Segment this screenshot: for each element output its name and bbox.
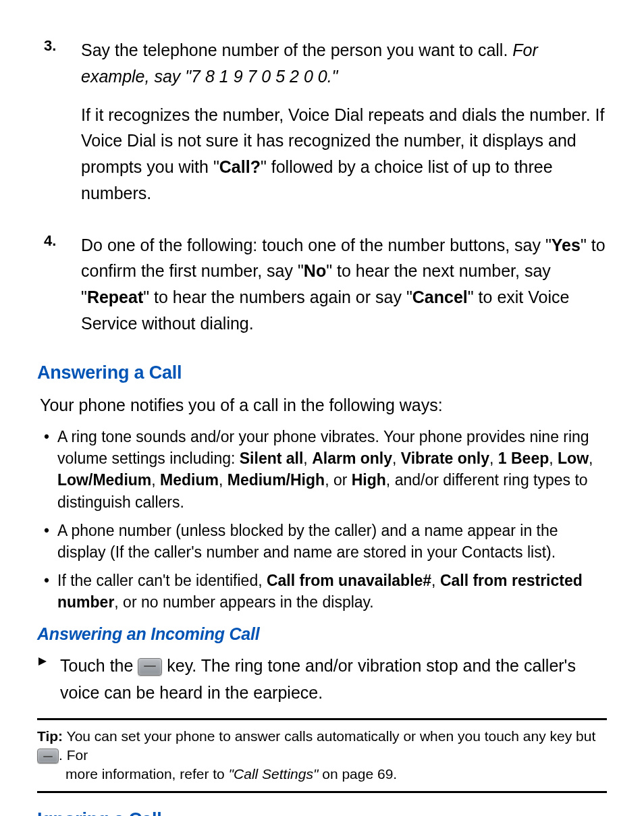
step-body: Do one of the following: touch one of th… [81, 232, 607, 349]
list-item: • If the caller can't be identified, Cal… [44, 570, 607, 613]
heading-ignoring-a-call: Ignoring a Call [37, 809, 607, 816]
setting: Low [558, 450, 589, 467]
text: , [549, 450, 558, 467]
setting: Low/Medium [57, 471, 151, 489]
text: You can set your phone to answer calls a… [63, 728, 595, 744]
setting: High [352, 471, 386, 489]
repeat-option: Repeat [87, 288, 143, 306]
text: Touch the [60, 656, 138, 675]
heading-answering-incoming: Answering an Incoming Call [37, 624, 607, 644]
step-4: 4. Do one of the following: touch one of… [37, 232, 607, 349]
setting: Silent all [240, 450, 304, 467]
setting: Medium/High [227, 471, 325, 489]
cancel-option: Cancel [412, 288, 468, 306]
setting: Medium [160, 471, 219, 489]
text: Do one of the following: touch one of th… [81, 236, 552, 254]
text: " to hear the numbers again or say " [143, 288, 412, 306]
text: , or no number appears in the display. [114, 593, 373, 611]
list-item: • A ring tone sounds and/or your phone v… [44, 426, 607, 513]
setting: Alarm only [312, 450, 392, 467]
triangle-icon [37, 652, 57, 706]
step-4-text: Do one of the following: touch one of th… [81, 232, 607, 337]
text: Say the telephone number of the person y… [81, 40, 512, 59]
text: , [431, 572, 440, 589]
yes-option: Yes [552, 236, 581, 254]
step-3-line-2: If it recognizes the number, Voice Dial … [81, 102, 607, 207]
step-3: 3. Say the telephone number of the perso… [37, 37, 607, 219]
no-option: No [304, 261, 326, 280]
text: , [392, 450, 401, 467]
step-number: 3. [37, 37, 81, 219]
step-body: Say the telephone number of the person y… [81, 37, 607, 219]
text: If the caller can't be identified, [57, 572, 267, 589]
list-item: • A phone number (unless blocked by the … [44, 520, 607, 563]
action-row: Touch the key. The ring tone and/or vibr… [37, 652, 607, 706]
callerid-text: Call from unavailable# [267, 572, 431, 589]
bullet-icon: • [44, 520, 57, 563]
bullet-1: A ring tone sounds and/or your phone vib… [57, 426, 607, 513]
text: , [589, 450, 593, 467]
text: more information, refer to [65, 766, 229, 782]
text: , [219, 471, 227, 489]
manual-page: 3. Say the telephone number of the perso… [0, 0, 644, 816]
step-number: 4. [37, 232, 81, 349]
tip-block: Tip: You can set your phone to answer ca… [37, 718, 607, 793]
answering-intro: Your phone notifies you of a call in the… [40, 393, 607, 418]
tip-label: Tip: [37, 728, 63, 744]
heading-answering-a-call: Answering a Call [37, 362, 607, 383]
call-prompt: Call? [219, 157, 261, 176]
text: . For [59, 747, 88, 763]
phone-key-icon [138, 658, 162, 676]
reference-link: "Call Settings" [229, 766, 319, 782]
notification-list: • A ring tone sounds and/or your phone v… [44, 426, 607, 614]
text: , [151, 471, 160, 489]
text: on page 69. [318, 766, 397, 782]
text: , or [325, 471, 352, 489]
bullet-icon: • [44, 426, 57, 513]
setting: Vibrate only [401, 450, 489, 467]
bullet-3: If the caller can't be identified, Call … [57, 570, 607, 613]
bullet-icon: • [44, 570, 57, 613]
svg-marker-0 [38, 657, 47, 665]
setting: 1 Beep [498, 450, 549, 467]
tip-line-2: more information, refer to "Call Setting… [65, 765, 607, 784]
text: , [303, 450, 312, 467]
phone-key-icon [37, 749, 59, 763]
step-3-line-1: Say the telephone number of the person y… [81, 37, 607, 90]
text: , [489, 450, 498, 467]
action-text: Touch the key. The ring tone and/or vibr… [57, 652, 607, 706]
bullet-2: A phone number (unless blocked by the ca… [57, 520, 607, 563]
